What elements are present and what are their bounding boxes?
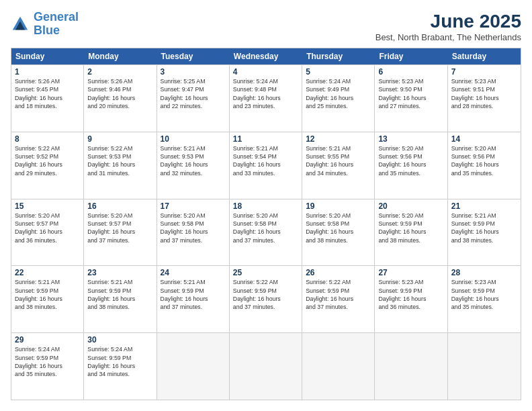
dow-saturday: Saturday: [448, 48, 521, 64]
empty-cell-4-6: [448, 333, 521, 400]
day-number-3: 3: [161, 67, 226, 77]
day-22: 22Sunrise: 5:21 AM Sunset: 9:59 PM Dayli…: [11, 266, 84, 332]
day-8: 8Sunrise: 5:22 AM Sunset: 9:52 PM Daylig…: [11, 132, 84, 199]
logo-line2: Blue: [34, 24, 60, 37]
day-9: 9Sunrise: 5:22 AM Sunset: 9:53 PM Daylig…: [84, 132, 157, 199]
day-number-8: 8: [15, 134, 80, 144]
day-info-1: Sunrise: 5:26 AM Sunset: 9:45 PM Dayligh…: [15, 77, 80, 110]
day-info-18: Sunrise: 5:20 AM Sunset: 9:58 PM Dayligh…: [233, 212, 298, 244]
week-row-3: 15Sunrise: 5:20 AM Sunset: 9:57 PM Dayli…: [11, 199, 521, 266]
day-number-15: 15: [15, 201, 80, 211]
day-13: 13Sunrise: 5:20 AM Sunset: 9:56 PM Dayli…: [375, 132, 447, 199]
day-number-17: 17: [161, 201, 226, 211]
week-row-2: 8Sunrise: 5:22 AM Sunset: 9:52 PM Daylig…: [11, 132, 521, 199]
dow-sunday: Sunday: [11, 48, 84, 64]
day-info-2: Sunrise: 5:26 AM Sunset: 9:46 PM Dayligh…: [87, 77, 152, 110]
day-info-28: Sunrise: 5:23 AM Sunset: 9:59 PM Dayligh…: [451, 278, 517, 311]
logo: General Blue: [11, 11, 79, 38]
day-15: 15Sunrise: 5:20 AM Sunset: 9:57 PM Dayli…: [11, 199, 84, 266]
day-number-11: 11: [233, 134, 298, 144]
title-block: June 2025 Best, North Brabant, The Nethe…: [375, 11, 521, 42]
day-number-21: 21: [451, 201, 517, 211]
day-4: 4Sunrise: 5:24 AM Sunset: 9:48 PM Daylig…: [230, 65, 302, 132]
day-info-27: Sunrise: 5:23 AM Sunset: 9:59 PM Dayligh…: [378, 278, 443, 311]
day-number-12: 12: [306, 134, 371, 144]
day-number-4: 4: [233, 67, 298, 77]
day-number-6: 6: [378, 67, 443, 77]
day-number-18: 18: [233, 201, 298, 211]
day-info-23: Sunrise: 5:21 AM Sunset: 9:59 PM Dayligh…: [87, 278, 152, 311]
day-number-29: 29: [15, 335, 80, 345]
day-23: 23Sunrise: 5:21 AM Sunset: 9:59 PM Dayli…: [84, 266, 157, 332]
week-row-1: 1Sunrise: 5:26 AM Sunset: 9:45 PM Daylig…: [11, 64, 521, 132]
day-number-9: 9: [87, 134, 152, 144]
day-info-21: Sunrise: 5:21 AM Sunset: 9:59 PM Dayligh…: [451, 212, 517, 244]
day-info-25: Sunrise: 5:22 AM Sunset: 9:59 PM Dayligh…: [233, 278, 298, 311]
day-20: 20Sunrise: 5:20 AM Sunset: 9:59 PM Dayli…: [375, 199, 447, 266]
day-12: 12Sunrise: 5:21 AM Sunset: 9:55 PM Dayli…: [302, 132, 375, 199]
day-30: 30Sunrise: 5:24 AM Sunset: 9:59 PM Dayli…: [84, 333, 157, 400]
day-number-20: 20: [378, 201, 443, 211]
day-number-7: 7: [451, 67, 517, 77]
logo-text: General Blue: [34, 11, 79, 38]
day-25: 25Sunrise: 5:22 AM Sunset: 9:59 PM Dayli…: [230, 266, 302, 332]
day-info-19: Sunrise: 5:20 AM Sunset: 9:58 PM Dayligh…: [306, 212, 371, 244]
day-number-22: 22: [15, 268, 80, 277]
day-29: 29Sunrise: 5:24 AM Sunset: 9:59 PM Dayli…: [11, 333, 84, 400]
day-27: 27Sunrise: 5:23 AM Sunset: 9:59 PM Dayli…: [375, 266, 447, 332]
day-info-17: Sunrise: 5:20 AM Sunset: 9:58 PM Dayligh…: [161, 212, 226, 244]
day-5: 5Sunrise: 5:24 AM Sunset: 9:49 PM Daylig…: [302, 65, 375, 132]
day-info-3: Sunrise: 5:25 AM Sunset: 9:47 PM Dayligh…: [161, 77, 226, 110]
calendar-header: Sunday Monday Tuesday Wednesday Thursday…: [11, 48, 521, 64]
day-number-28: 28: [451, 268, 517, 277]
day-10: 10Sunrise: 5:21 AM Sunset: 9:53 PM Dayli…: [157, 132, 230, 199]
day-info-5: Sunrise: 5:24 AM Sunset: 9:49 PM Dayligh…: [306, 77, 371, 110]
day-info-10: Sunrise: 5:21 AM Sunset: 9:53 PM Dayligh…: [161, 144, 226, 177]
day-info-7: Sunrise: 5:23 AM Sunset: 9:51 PM Dayligh…: [451, 77, 517, 110]
day-18: 18Sunrise: 5:20 AM Sunset: 9:58 PM Dayli…: [230, 199, 302, 266]
day-14: 14Sunrise: 5:20 AM Sunset: 9:56 PM Dayli…: [448, 132, 521, 199]
week-row-4: 22Sunrise: 5:21 AM Sunset: 9:59 PM Dayli…: [11, 265, 521, 332]
day-24: 24Sunrise: 5:21 AM Sunset: 9:59 PM Dayli…: [157, 266, 230, 332]
day-28: 28Sunrise: 5:23 AM Sunset: 9:59 PM Dayli…: [448, 266, 521, 332]
day-info-14: Sunrise: 5:20 AM Sunset: 9:56 PM Dayligh…: [451, 144, 517, 177]
day-info-12: Sunrise: 5:21 AM Sunset: 9:55 PM Dayligh…: [306, 144, 371, 177]
subtitle: Best, North Brabant, The Netherlands: [375, 32, 521, 42]
day-number-14: 14: [451, 134, 517, 144]
day-number-16: 16: [87, 201, 152, 211]
day-info-11: Sunrise: 5:21 AM Sunset: 9:54 PM Dayligh…: [233, 144, 298, 177]
empty-cell-4-5: [375, 333, 447, 400]
day-info-6: Sunrise: 5:23 AM Sunset: 9:50 PM Dayligh…: [378, 77, 443, 110]
day-info-8: Sunrise: 5:22 AM Sunset: 9:52 PM Dayligh…: [15, 144, 80, 177]
day-19: 19Sunrise: 5:20 AM Sunset: 9:58 PM Dayli…: [302, 199, 375, 266]
day-number-27: 27: [378, 268, 443, 277]
day-number-1: 1: [15, 67, 80, 77]
header: General Blue June 2025 Best, North Braba…: [11, 11, 521, 42]
day-info-13: Sunrise: 5:20 AM Sunset: 9:56 PM Dayligh…: [378, 144, 443, 177]
day-info-4: Sunrise: 5:24 AM Sunset: 9:48 PM Dayligh…: [233, 77, 298, 110]
day-number-10: 10: [161, 134, 226, 144]
day-7: 7Sunrise: 5:23 AM Sunset: 9:51 PM Daylig…: [448, 65, 521, 132]
page: General Blue June 2025 Best, North Braba…: [0, 0, 532, 411]
dow-thursday: Thursday: [302, 48, 375, 64]
day-number-24: 24: [161, 268, 226, 277]
day-info-9: Sunrise: 5:22 AM Sunset: 9:53 PM Dayligh…: [87, 144, 152, 177]
empty-cell-4-3: [230, 333, 302, 400]
day-1: 1Sunrise: 5:26 AM Sunset: 9:45 PM Daylig…: [11, 65, 84, 132]
day-6: 6Sunrise: 5:23 AM Sunset: 9:50 PM Daylig…: [375, 65, 447, 132]
day-16: 16Sunrise: 5:20 AM Sunset: 9:57 PM Dayli…: [84, 199, 157, 266]
day-number-23: 23: [87, 268, 152, 277]
day-11: 11Sunrise: 5:21 AM Sunset: 9:54 PM Dayli…: [230, 132, 302, 199]
day-number-30: 30: [87, 335, 152, 345]
day-number-2: 2: [87, 67, 152, 77]
dow-monday: Monday: [84, 48, 157, 64]
empty-cell-4-2: [157, 333, 230, 400]
day-info-30: Sunrise: 5:24 AM Sunset: 9:59 PM Dayligh…: [87, 345, 152, 378]
empty-cell-4-4: [302, 333, 375, 400]
dow-tuesday: Tuesday: [157, 48, 230, 64]
day-2: 2Sunrise: 5:26 AM Sunset: 9:46 PM Daylig…: [84, 65, 157, 132]
day-info-26: Sunrise: 5:22 AM Sunset: 9:59 PM Dayligh…: [306, 278, 371, 311]
day-3: 3Sunrise: 5:25 AM Sunset: 9:47 PM Daylig…: [157, 65, 230, 132]
logo-icon: [11, 15, 30, 34]
day-info-22: Sunrise: 5:21 AM Sunset: 9:59 PM Dayligh…: [15, 278, 80, 311]
